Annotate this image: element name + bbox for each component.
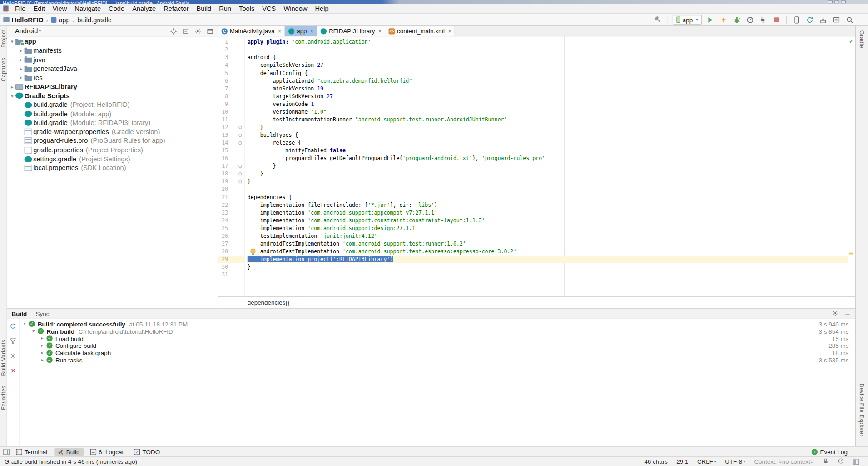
rerun-build-icon[interactable] bbox=[10, 322, 17, 331]
close-icon[interactable] bbox=[10, 367, 16, 376]
gutter-line[interactable]: 9 bbox=[218, 100, 245, 108]
selection-length-indicator[interactable]: 46 chars bbox=[644, 458, 667, 465]
gutter-line[interactable]: 18 bbox=[218, 170, 245, 178]
tree-collapsed-arrow-icon[interactable]: ▸ bbox=[18, 57, 25, 62]
hide-panel-icon[interactable] bbox=[207, 27, 214, 35]
tree-item-gradle-scripts[interactable]: ▾Gradle Scripts bbox=[7, 91, 218, 100]
gutter-line[interactable]: 13 bbox=[218, 131, 245, 139]
minimize-button[interactable] bbox=[828, 0, 833, 3]
app-window-icon[interactable] bbox=[3, 5, 9, 11]
build-tree-row-load-build[interactable]: ▸✓Load build15 ms bbox=[20, 335, 855, 342]
toolwindow-button-event-log[interactable]: 1Event Log bbox=[808, 448, 852, 456]
gutter-line[interactable]: 23 bbox=[218, 209, 245, 216]
toolwindow-button-6-logcat[interactable]: 6: Logcat bbox=[86, 448, 128, 456]
gutter-line[interactable]: 20 bbox=[218, 185, 245, 193]
code-editor[interactable]: apply plugin: 'com.android.application'a… bbox=[245, 36, 848, 279]
build-panel-tab-sync[interactable]: Sync bbox=[36, 311, 50, 317]
menu-item-file[interactable]: File bbox=[11, 4, 30, 14]
close-icon[interactable]: × bbox=[310, 28, 313, 34]
gutter-line[interactable]: 15 bbox=[218, 147, 245, 155]
code-line[interactable]: proguardFiles getDefaultProguardFile('pr… bbox=[248, 155, 848, 162]
tree-item-gradle-wrapper-properties[interactable]: gradle-wrapper.properties(Gradle Version… bbox=[7, 127, 218, 136]
gutter-line[interactable]: 12 bbox=[218, 124, 245, 131]
code-line[interactable]: targetSdkVersion 27 bbox=[248, 93, 848, 100]
gutter-line[interactable]: 22 bbox=[218, 201, 245, 209]
gutter-line[interactable]: 10 bbox=[218, 108, 245, 116]
tree-item-proguard-rules-pro[interactable]: proguard-rules.pro(ProGuard Rules for ap… bbox=[7, 136, 218, 145]
editor-tab-rfidapi3library[interactable]: RFIDAPI3Library× bbox=[317, 26, 386, 36]
tree-item-generatedjava[interactable]: ▸generatedJava bbox=[7, 64, 218, 73]
menu-item-analyze[interactable]: Analyze bbox=[129, 4, 160, 14]
code-line[interactable]: } bbox=[248, 263, 848, 271]
menu-item-navigate[interactable]: Navigate bbox=[71, 4, 105, 14]
tree-item-java[interactable]: ▸java bbox=[7, 55, 218, 64]
gutter-line[interactable]: 24 bbox=[218, 217, 245, 225]
build-tree-row-build-completed-successfully[interactable]: ▾✓Build: completed successfullyat 05-11-… bbox=[20, 320, 855, 327]
collapse-all-icon[interactable] bbox=[182, 27, 189, 35]
gradle-sync-button[interactable] bbox=[804, 15, 815, 25]
code-line[interactable]: implementation 'com.android.support:desi… bbox=[248, 225, 848, 232]
inspection-status-icon[interactable]: ✓ bbox=[849, 38, 853, 44]
editor-tab-app[interactable]: app× bbox=[285, 26, 317, 36]
layout-inspector-button[interactable] bbox=[831, 15, 841, 25]
menu-item-tools[interactable]: Tools bbox=[235, 4, 258, 14]
attach-debugger-button[interactable] bbox=[758, 15, 768, 25]
expanded-arrow-icon[interactable]: ▾ bbox=[22, 321, 28, 326]
menu-item-help[interactable]: Help bbox=[311, 4, 332, 14]
code-line[interactable]: implementation project(':RFIDAPI3Library… bbox=[248, 256, 848, 263]
collapsed-arrow-icon[interactable]: ▸ bbox=[40, 343, 45, 348]
code-line[interactable]: testInstrumentationRunner "android.suppo… bbox=[248, 116, 848, 124]
fold-marker-icon[interactable] bbox=[238, 180, 242, 183]
editor-tab-content-main-xml[interactable]: <>content_main.xml× bbox=[385, 26, 455, 36]
collapsed-arrow-icon[interactable]: ▸ bbox=[40, 336, 45, 341]
tree-collapsed-arrow-icon[interactable]: ▸ bbox=[18, 66, 25, 71]
code-line[interactable]: implementation 'com.android.support:appc… bbox=[248, 209, 848, 216]
toolwindow-stripe-button-favorites[interactable]: Favorites bbox=[0, 386, 6, 410]
code-line[interactable]: androidTestImplementation 'com.android.s… bbox=[248, 248, 848, 256]
breadcrumb-item-app[interactable]: app bbox=[51, 16, 69, 24]
gutter-line[interactable]: 28 bbox=[218, 248, 245, 256]
toolwindow-stripe-button-captures[interactable]: Captures bbox=[0, 58, 6, 81]
apply-changes-button[interactable] bbox=[718, 15, 729, 25]
tree-expanded-arrow-icon[interactable]: ▾ bbox=[9, 93, 16, 99]
code-line[interactable]: buildTypes { bbox=[248, 131, 848, 139]
run-button[interactable] bbox=[704, 15, 715, 25]
code-line[interactable]: apply plugin: 'com.android.application' bbox=[248, 38, 848, 46]
menu-item-refactor[interactable]: Refactor bbox=[160, 4, 193, 14]
code-line[interactable]: implementation fileTree(include: ['*.jar… bbox=[248, 201, 848, 209]
code-line[interactable]: dependencies { bbox=[248, 193, 848, 201]
build-tree-row-run-tasks[interactable]: ▸✓Run tasks3 s 535 ms bbox=[20, 356, 855, 364]
gutter-line[interactable]: 30 bbox=[218, 263, 245, 271]
toolwindow-button-terminal[interactable]: Terminal bbox=[12, 448, 51, 456]
tree-item-gradle-properties[interactable]: gradle.properties(Project Properties) bbox=[7, 145, 218, 155]
code-line[interactable]: defaultConfig { bbox=[248, 69, 848, 77]
collapsed-arrow-icon[interactable]: ▸ bbox=[40, 350, 45, 355]
gutter-line[interactable]: 4 bbox=[218, 61, 245, 69]
memory-indicator-icon[interactable] bbox=[838, 458, 844, 466]
toolwindow-switcher-icon[interactable] bbox=[3, 449, 9, 455]
editor-body[interactable]: 1234567891011121314151617181920212223242… bbox=[218, 36, 855, 296]
tree-item-rfidapi3library[interactable]: ▸RFIDAPI3Library bbox=[7, 82, 218, 91]
intention-bulb-icon[interactable] bbox=[250, 248, 257, 256]
gutter-line[interactable]: 16 bbox=[218, 155, 245, 162]
build-tree-row-configure-build[interactable]: ▸✓Configure build285 ms bbox=[20, 342, 855, 349]
toolwindow-stripe-button-device-file-explorer[interactable]: Device File Explorer bbox=[859, 383, 865, 436]
gutter-line[interactable]: 17 bbox=[218, 162, 245, 170]
code-line[interactable]: implementation 'com.android.support.cons… bbox=[248, 217, 848, 225]
warning-stripe-mark[interactable] bbox=[849, 253, 853, 255]
editor-breadcrumb[interactable]: dependencies{} bbox=[218, 296, 855, 308]
fold-marker-icon[interactable] bbox=[238, 133, 242, 136]
gutter-line[interactable]: 25 bbox=[218, 225, 245, 232]
code-line[interactable]: } bbox=[248, 124, 848, 131]
code-line[interactable]: versionName "1.0" bbox=[248, 108, 848, 116]
stop-button[interactable] bbox=[771, 15, 782, 25]
window-titlebar[interactable]: HelloRFID [C:\Temp\android\tutorial\Hell… bbox=[0, 0, 868, 4]
gutter-line[interactable]: 27 bbox=[218, 240, 245, 248]
gutter-line[interactable]: 3 bbox=[218, 54, 245, 61]
tree-item-build-gradle[interactable]: build.gradle(Module: app) bbox=[7, 110, 218, 119]
filter-icon[interactable] bbox=[10, 337, 17, 346]
make-project-button[interactable] bbox=[653, 15, 663, 25]
tree-item-build-gradle[interactable]: build.gradle(Module: RFIDAPI3Library) bbox=[7, 118, 218, 127]
gutter-line[interactable]: 29 bbox=[218, 256, 245, 263]
menu-item-view[interactable]: View bbox=[49, 4, 71, 14]
